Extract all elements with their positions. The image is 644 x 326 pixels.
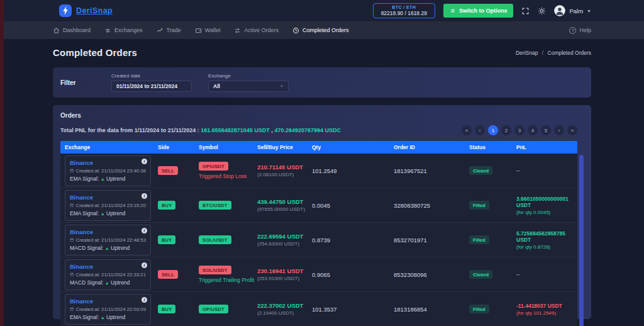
nav-item-wallet[interactable]: Wallet — [195, 27, 221, 34]
nav-item-exchanges[interactable]: Exchanges — [104, 27, 143, 34]
status-badge: Filled — [469, 235, 489, 244]
status-badge: Closed — [469, 166, 492, 175]
info-icon[interactable]: i — [142, 262, 147, 268]
theme-sun-icon[interactable] — [538, 7, 546, 15]
exchange-select-value: All — [213, 83, 220, 89]
order-id-value: 8532308096 — [394, 271, 469, 278]
info-icon[interactable]: i — [142, 193, 147, 199]
order-id-value: 8532701971 — [394, 237, 469, 244]
page-button-»[interactable]: » — [567, 125, 577, 135]
pnl-value: -11.4418037 USDT — [516, 303, 577, 309]
qty-value: 0.0045 — [312, 202, 394, 209]
page-button-5[interactable]: 5 — [541, 125, 551, 135]
created-date-label: Created date — [111, 73, 192, 79]
page-button-2[interactable]: 2 — [501, 125, 511, 135]
page-button-4[interactable]: 4 — [528, 125, 538, 135]
page-button-‹[interactable]: ‹ — [475, 125, 485, 135]
side-badge: BUY — [158, 235, 175, 244]
help-icon: ? — [569, 27, 576, 34]
info-icon[interactable]: i — [142, 159, 147, 164]
price-value: 222.37002 USDT — [257, 302, 312, 309]
pagination: «‹12345›» — [462, 125, 584, 135]
main-nav: DashboardExchangesTradeWalletActive Orde… — [0, 21, 644, 39]
nav-items: DashboardExchangesTradeWalletActive Orde… — [53, 27, 348, 34]
breadcrumb-home[interactable]: DeriSnap — [516, 50, 538, 56]
calendar-icon — [70, 272, 74, 277]
brand-name[interactable]: DeriSnap — [76, 6, 113, 15]
price-value: 210.71145 USDT — [257, 164, 312, 171]
symbol-badge: OP/USDT — [199, 305, 228, 313]
pnl-value: 5.725684562958785 USDT — [516, 230, 577, 243]
column-header: Symbol — [199, 144, 257, 150]
exchange-link[interactable]: Binance — [70, 228, 93, 235]
total-pnl-prefix: Total PNL for the data from 1/11/2024 to… — [60, 127, 201, 133]
info-icon[interactable]: i — [142, 228, 147, 233]
pnl-value: -- — [516, 167, 577, 174]
created-date-input[interactable] — [111, 81, 192, 92]
table-row: i Binance Created at: 21/11/2024 22:48:5… — [60, 223, 577, 257]
qty-value: 101.2549 — [312, 167, 394, 174]
exchange-icon — [104, 27, 111, 34]
column-header: Status — [469, 144, 516, 150]
switch-to-options-button[interactable]: Switch to Options — [443, 4, 514, 18]
price-sub-value: (97655.00000 USDT) — [257, 206, 312, 212]
derisnap-logo-icon — [59, 4, 72, 17]
home-icon — [53, 27, 60, 34]
price-value: 222.69594 USDT — [257, 233, 312, 240]
orders-table: ExchangeSideSymbolSell/Buy PriceQtyOrder… — [60, 141, 584, 326]
page-button-1[interactable]: 1 — [488, 125, 498, 135]
swap-arrows-icon — [450, 8, 456, 14]
fullscreen-icon[interactable] — [521, 7, 530, 15]
total-pnl-text: Total PNL for the data from 1/11/2024 to… — [60, 127, 341, 133]
order-id-value: 1813186854 — [394, 306, 469, 313]
page-button-«[interactable]: « — [462, 125, 472, 135]
trade-icon — [157, 27, 164, 34]
user-menu[interactable]: Palm ▼ — [554, 5, 591, 16]
exchange-link[interactable]: Binance — [70, 194, 93, 201]
left-edge-strip — [0, 0, 4, 326]
uptrend-icon: ▲ — [105, 246, 109, 250]
help-label: Help — [579, 27, 591, 33]
column-header: Side — [158, 144, 199, 150]
table-scrollbar-thumb[interactable] — [579, 155, 584, 326]
exchange-link[interactable]: Binance — [70, 298, 93, 305]
created-at: Created at: 21/11/2024 23:15:20 — [70, 203, 146, 208]
exchange-select[interactable]: All ▼ — [208, 81, 289, 92]
column-header: Qty — [312, 144, 394, 150]
help-link[interactable]: ? Help — [569, 27, 591, 34]
app-screen: DeriSnap BTC / ETH 82218.90 / 1618.29 Sw… — [0, 0, 644, 326]
info-icon[interactable]: i — [142, 297, 147, 303]
symbol-badge: BTC/USDT — [199, 201, 231, 210]
nav-item-completed-orders[interactable]: Completed Orders — [292, 27, 349, 34]
brand[interactable]: DeriSnap — [53, 4, 113, 17]
trigger-note: Triggered Trailing Profit — [199, 277, 257, 283]
signal: MACD Signal: ▲ Uptrend — [70, 279, 146, 286]
exchange-link[interactable]: Binance — [70, 159, 93, 166]
exchange-cell: i Binance Created at: 21/11/2024 23:15:2… — [65, 190, 151, 221]
side-badge: SELL — [158, 270, 178, 279]
page-title: Completed Orders — [53, 47, 137, 58]
wallet-icon — [195, 27, 202, 34]
trigger-note: Triggered Stop Loss — [199, 173, 257, 179]
symbol-badge: OP/USDT — [199, 162, 228, 171]
qty-value: 101.3537 — [312, 306, 394, 313]
breadcrumb-current: Completed Orders — [548, 50, 591, 56]
chevron-down-icon: ▼ — [587, 9, 591, 13]
status-badge: Filled — [469, 201, 489, 210]
signal: EMA Signal: ▲ Uptrend — [70, 176, 146, 182]
nav-item-active-orders[interactable]: Active Orders — [234, 27, 279, 34]
btc-eth-ticker[interactable]: BTC / ETH 82218.90 / 1618.29 — [373, 3, 435, 18]
price-sub-value: (2.19400 USDT) — [257, 310, 312, 316]
nav-item-trade[interactable]: Trade — [157, 27, 181, 34]
topbar: DeriSnap BTC / ETH 82218.90 / 1618.29 Sw… — [0, 0, 644, 21]
page-button-3[interactable]: 3 — [514, 125, 525, 135]
signal: EMA Signal: ▲ Uptrend — [70, 210, 146, 216]
signal: EMA Signal: ▲ Uptrend — [70, 314, 146, 320]
page-button-›[interactable]: › — [554, 125, 564, 135]
qty-value: 0.8739 — [312, 237, 394, 244]
nav-item-dashboard[interactable]: Dashboard — [53, 27, 91, 34]
exchange-cell: i Binance Created at: 21/11/2024 22:48:5… — [65, 225, 151, 256]
exchange-link[interactable]: Binance — [70, 263, 93, 270]
side-badge: BUY — [158, 305, 175, 313]
order-id-value: 1813967521 — [394, 167, 469, 174]
